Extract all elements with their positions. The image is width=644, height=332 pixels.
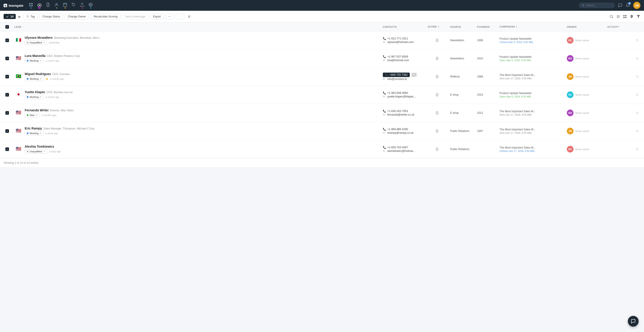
change-status-button[interactable]: Change Status [40,14,63,19]
header-founded: Founded [475,25,498,28]
row-checkbox[interactable] [6,57,9,60]
refresh-cell[interactable]: ↻ [632,75,642,79]
status-badge[interactable]: Working ▼ [25,95,44,99]
status-badge[interactable]: Unqualified ▼ [25,149,47,154]
nav-contacts[interactable] [37,3,42,8]
refresh-cell[interactable]: ↻ [632,111,642,115]
activity-text: Never spoke [575,75,589,78]
header-checkbox-cell[interactable] [2,25,12,29]
nav-calendar[interactable] [63,2,67,8]
nav-dashboard[interactable] [29,2,33,8]
top-search-input[interactable] [586,4,612,7]
row-checkbox[interactable] [6,148,9,151]
lead-name[interactable]: Fernanda Writer [25,108,49,112]
refresh-icon[interactable]: ↻ [636,129,639,133]
lead-name[interactable]: Lura Manzella [25,54,46,58]
row-checkbox[interactable] [6,129,9,133]
svg-point-13 [73,3,74,4]
refresh-cell[interactable]: ↻ [632,147,642,152]
refresh-cell[interactable]: ↻ [632,93,642,97]
row-checkbox-cell[interactable] [2,111,12,115]
status-chevron: ▼ [40,78,42,80]
row-checkbox[interactable] [6,93,9,97]
row-checkbox[interactable] [6,38,9,42]
row-checkbox-cell[interactable] [2,129,12,133]
change-owner-button[interactable]: Change Owner [65,14,89,19]
refresh-cell[interactable]: ↻ [632,56,642,61]
recalculate-scoring-button[interactable]: Recalculate Scoring [91,14,120,19]
lead-info: Fernanda Writer Director, Max Video New … [25,108,74,117]
row-checkbox[interactable] [6,111,9,115]
refresh-cell[interactable]: ↻ [632,129,642,133]
row-checkbox-cell[interactable] [2,148,12,151]
score-cell: 0 [426,110,448,116]
lead-name[interactable]: Miguel Rodríguez [25,72,51,76]
status-chevron: ▼ [36,114,38,116]
status-label: New [30,114,34,117]
expand-selection-arrow[interactable]: ▶ [18,15,22,18]
notification-bell[interactable]: 2 [626,3,630,8]
delete-button[interactable] [186,14,192,19]
select-all-checkbox[interactable] [6,25,9,29]
svg-line-22 [612,17,613,18]
refresh-icon[interactable]: ↻ [636,75,639,79]
list-view-icon[interactable] [616,14,620,18]
top-search[interactable] [579,3,615,8]
action-toolbar: 14 ▶ Tag Change Status Change Owner Reca… [0,11,644,22]
row-checkbox-cell[interactable] [2,38,12,42]
row-checkbox[interactable] [6,75,9,78]
refresh-icon[interactable]: ↻ [636,111,639,115]
lead-cell: 🇺🇸 Fernanda Writer Director, Max Video N… [12,108,381,117]
nav-people[interactable] [54,2,59,8]
send-message-button[interactable]: Send a Message [122,14,148,19]
status-badge[interactable]: New ▼ [25,113,40,117]
nav-dot-tag [73,7,74,8]
map-view-icon[interactable] [630,14,634,18]
nav-upload[interactable] [80,2,84,8]
header-activity: Activity [606,25,632,28]
notification-count: 2 [628,2,631,5]
refresh-icon[interactable]: ↻ [636,93,639,97]
filter-icon[interactable] [636,14,640,18]
nav-tag[interactable] [71,2,76,8]
owner-cell: MS Never spoke [565,110,606,116]
tag-button[interactable]: Tag [24,14,38,19]
svg-rect-1 [32,3,33,4]
status-badge[interactable]: Working ▼ [25,131,44,136]
mailchimp-button[interactable]: MailChimp [166,14,174,19]
svg-rect-27 [626,15,626,16]
refresh-icon[interactable]: ↻ [636,56,639,61]
lead-cell: 🇮🇹 Ulysses Mcwalters Marketing Executive… [12,36,381,45]
status-badge[interactable]: Working ▼ [25,77,44,81]
refresh-cell[interactable]: ↻ [632,38,642,43]
row-checkbox-cell[interactable] [2,93,12,97]
lead-name[interactable]: Yuette Klapec [25,90,45,94]
surveymonkey-button[interactable]: SurveyMonkey [176,14,184,19]
selected-count-badge[interactable]: 14 [4,14,16,19]
time-ago: a week ago [46,132,58,135]
search-toggle-icon[interactable] [610,14,614,18]
campaign-name: Product Update Newsletter [500,92,563,95]
table-row: 🇯🇵 Yuette Klapec CFO, Bizerba Usa Inc Wo… [0,86,644,104]
grid-view-icon[interactable] [623,14,627,18]
status-badge[interactable]: Unqualified ▼ [25,40,47,45]
status-badge[interactable]: Working ▼ [25,58,44,63]
row-checkbox-cell[interactable] [2,75,12,78]
row-checkbox-cell[interactable] [2,57,12,60]
svg-point-5 [39,5,40,6]
owner-avatar: JM [567,128,574,134]
lead-name[interactable]: Aleshia Tomkiewicz [25,145,54,148]
nav-messages[interactable] [618,3,622,8]
refresh-icon[interactable]: ↻ [636,147,639,152]
lead-name[interactable]: Ulysses Mcwalters [25,36,53,39]
nav-documents[interactable] [46,2,50,8]
export-button[interactable]: Export [150,14,164,19]
app-logo[interactable]: tg teamgate [4,3,23,7]
lead-name[interactable]: Eric Rampy [25,127,42,130]
status-dot [27,96,28,98]
header-owner: Owner [565,25,606,28]
nav-globe[interactable] [88,2,93,8]
lead-flag: 🇺🇸 [14,145,22,153]
user-avatar-top[interactable]: JM [633,2,640,9]
refresh-icon[interactable]: ↻ [636,38,639,43]
